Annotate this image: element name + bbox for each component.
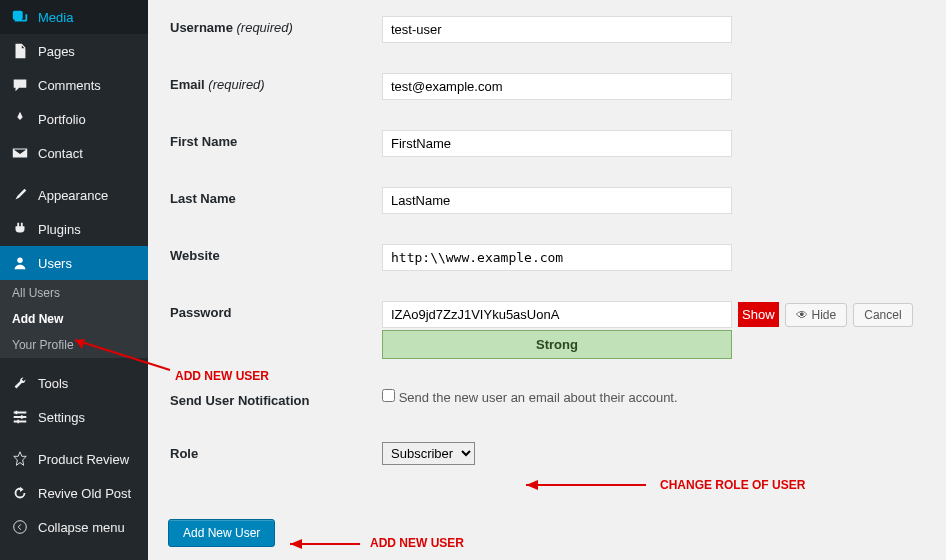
- notify-checkbox[interactable]: [382, 389, 395, 402]
- notify-label: Send User Notification: [170, 375, 380, 426]
- sidebar-item-revive-old-post[interactable]: Revive Old Post: [0, 476, 148, 510]
- role-select[interactable]: Subscriber: [382, 442, 475, 465]
- sidebar-item-label: Users: [38, 256, 72, 271]
- sidebar-item-label: Media: [38, 10, 73, 25]
- main-content: Username (required) Email (required) Fir…: [148, 0, 946, 560]
- mail-icon: [10, 144, 30, 162]
- lastname-input[interactable]: [382, 187, 732, 214]
- brush-icon: [10, 186, 30, 204]
- website-input[interactable]: [382, 244, 732, 271]
- user-icon: [10, 254, 30, 272]
- page-icon: [10, 42, 30, 60]
- sidebar-sub-add-new[interactable]: Add New: [0, 306, 148, 332]
- username-label: Username (required): [170, 2, 380, 57]
- add-new-user-button[interactable]: Add New User: [168, 519, 275, 547]
- sidebar-item-label: Plugins: [38, 222, 81, 237]
- sidebar-sub-all-users[interactable]: All Users: [0, 280, 148, 306]
- sidebar-item-contact[interactable]: Contact: [0, 136, 148, 170]
- cancel-button[interactable]: Cancel: [853, 303, 912, 327]
- email-label: Email (required): [170, 59, 380, 114]
- pin-icon: [10, 110, 30, 128]
- lastname-label: Last Name: [170, 173, 380, 228]
- firstname-input[interactable]: [382, 130, 732, 157]
- sidebar-item-label: Product Review: [38, 452, 129, 467]
- star-icon: [10, 450, 30, 468]
- sidebar-item-label: Settings: [38, 410, 85, 425]
- sidebar-item-label: Comments: [38, 78, 101, 93]
- sidebar-item-label: Contact: [38, 146, 83, 161]
- media-icon: [10, 8, 30, 26]
- role-label: Role: [170, 428, 380, 479]
- sidebar-item-pages[interactable]: Pages: [0, 34, 148, 68]
- sidebar-item-appearance[interactable]: Appearance: [0, 178, 148, 212]
- sidebar-sub-your-profile[interactable]: Your Profile: [0, 332, 148, 358]
- sidebar-item-label: Revive Old Post: [38, 486, 131, 501]
- admin-sidebar: Media Pages Comments Portfolio Contact A…: [0, 0, 148, 560]
- website-label: Website: [170, 230, 380, 285]
- collapse-icon: [10, 518, 30, 536]
- sidebar-item-comments[interactable]: Comments: [0, 68, 148, 102]
- password-strength: Strong: [382, 330, 732, 359]
- sidebar-item-collapse[interactable]: Collapse menu: [0, 510, 148, 544]
- sidebar-item-label: Collapse menu: [38, 520, 125, 535]
- sliders-icon: [10, 408, 30, 426]
- eye-slash-icon: 👁: [796, 308, 808, 322]
- sidebar-item-media[interactable]: Media: [0, 0, 148, 34]
- sidebar-submenu: All Users Add New Your Profile: [0, 280, 148, 358]
- sidebar-item-tools[interactable]: Tools: [0, 366, 148, 400]
- password-input[interactable]: [382, 301, 732, 328]
- sidebar-item-users[interactable]: Users: [0, 246, 148, 280]
- firstname-label: First Name: [170, 116, 380, 171]
- refresh-icon: [10, 484, 30, 502]
- sidebar-item-label: Tools: [38, 376, 68, 391]
- wrench-icon: [10, 374, 30, 392]
- user-form: Username (required) Email (required) Fir…: [168, 0, 926, 519]
- email-input[interactable]: [382, 73, 732, 100]
- sidebar-item-label: Pages: [38, 44, 75, 59]
- sidebar-item-label: Portfolio: [38, 112, 86, 127]
- hide-button[interactable]: 👁Hide: [785, 303, 848, 327]
- sidebar-item-product-review[interactable]: Product Review: [0, 442, 148, 476]
- plug-icon: [10, 220, 30, 238]
- comment-icon: [10, 76, 30, 94]
- svg-point-1: [14, 521, 27, 534]
- show-badge: Show: [738, 302, 779, 327]
- svg-point-0: [17, 258, 22, 263]
- sidebar-item-plugins[interactable]: Plugins: [0, 212, 148, 246]
- notify-text: Send the new user an email about their a…: [399, 390, 678, 405]
- sidebar-item-settings[interactable]: Settings: [0, 400, 148, 434]
- sidebar-item-portfolio[interactable]: Portfolio: [0, 102, 148, 136]
- sidebar-item-label: Appearance: [38, 188, 108, 203]
- password-label: Password: [170, 287, 380, 373]
- username-input[interactable]: [382, 16, 732, 43]
